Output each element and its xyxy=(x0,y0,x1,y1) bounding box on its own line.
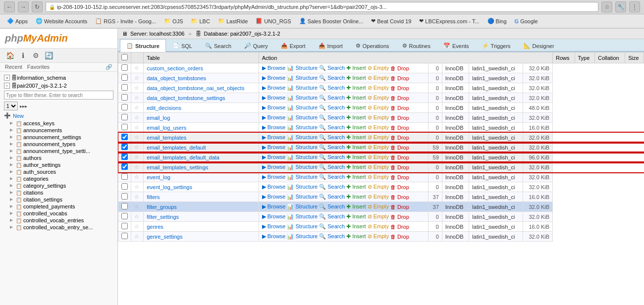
drop-link[interactable]: 🗑 Drop xyxy=(390,214,409,220)
sidebar-item-pair2007[interactable]: − 🗄 pair2007_ojs-3.2.1-2 xyxy=(0,82,117,90)
empty-link[interactable]: ⊘ Empty xyxy=(368,114,389,121)
drop-link[interactable]: 🗑 Drop xyxy=(390,234,409,240)
empty-link[interactable]: ⊘ Empty xyxy=(368,203,389,210)
tab-import[interactable]: 📥 Import xyxy=(312,39,349,52)
empty-link[interactable]: ⊘ Empty xyxy=(368,95,389,101)
table-name-link[interactable]: edit_decisions xyxy=(147,105,181,111)
row-checkbox[interactable] xyxy=(121,183,128,190)
search-link[interactable]: 🔍 Search xyxy=(319,213,345,220)
table-item-citations[interactable]: ▶ 📋 citations xyxy=(0,189,117,196)
address-bar[interactable]: 🔒 ip-208-109-10-152.ip.secureserver.net:… xyxy=(46,2,598,12)
row-checkbox[interactable] xyxy=(121,114,128,120)
search-link[interactable]: 🔍 Search xyxy=(319,233,345,240)
row-checkbox[interactable] xyxy=(121,193,128,200)
table-name-link[interactable]: genres xyxy=(147,224,163,230)
browse-link[interactable]: ▶ Browse xyxy=(262,75,286,81)
empty-link[interactable]: ⊘ Empty xyxy=(368,144,389,151)
drop-link[interactable]: 🗑 Drop xyxy=(390,65,409,71)
bookmark-bing[interactable]: 🔵 Bing xyxy=(484,17,510,25)
expand-icon[interactable]: + xyxy=(4,75,10,81)
tab-query[interactable]: 🔎 Query xyxy=(238,39,274,52)
search-link[interactable]: 🔍 Search xyxy=(319,75,345,81)
tab-sql[interactable]: 📄 SQL xyxy=(166,39,199,52)
structure-link[interactable]: 📊 Structure xyxy=(287,203,318,210)
browse-link[interactable]: ▶ Browse xyxy=(262,213,286,220)
row-checkbox[interactable] xyxy=(121,84,128,91)
row-checkbox[interactable] xyxy=(121,223,128,229)
insert-link[interactable]: ✚ Insert xyxy=(346,203,366,210)
star-icon[interactable]: ☆ xyxy=(134,154,139,160)
star-button[interactable]: ☆ xyxy=(601,1,612,12)
settings-icon-btn[interactable]: ⚙ xyxy=(31,51,41,60)
table-name-link[interactable]: genre_settings xyxy=(147,234,182,240)
search-link[interactable]: 🔍 Search xyxy=(319,85,345,91)
recent-link[interactable]: Recent xyxy=(5,64,22,70)
empty-link[interactable]: ⊘ Empty xyxy=(368,154,389,160)
table-name-link[interactable]: email_templates_default_data xyxy=(147,154,219,160)
bookmark-beat-covid[interactable]: ❤ Beat Covid 19 xyxy=(368,17,414,25)
tab-triggers[interactable]: ⚡ Triggers xyxy=(476,39,517,52)
browse-link[interactable]: ▶ Browse xyxy=(262,223,286,230)
table-item-announcements[interactable]: ▶ 📋 announcements xyxy=(0,127,117,134)
insert-link[interactable]: ✚ Insert xyxy=(346,154,366,160)
tab-structure[interactable]: 📋 Structure xyxy=(120,39,166,52)
row-checkbox[interactable] xyxy=(121,213,128,219)
filter-input[interactable] xyxy=(4,91,113,100)
insert-link[interactable]: ✚ Insert xyxy=(346,124,366,131)
table-name-link[interactable]: email_templates_default xyxy=(147,145,206,151)
search-link[interactable]: 🔍 Search xyxy=(319,114,345,121)
structure-link[interactable]: 📊 Structure xyxy=(287,164,318,170)
empty-link[interactable]: ⊘ Empty xyxy=(368,164,389,170)
drop-link[interactable]: 🗑 Drop xyxy=(390,115,409,121)
bookmark-lbc[interactable]: 📁 LBC xyxy=(188,17,213,25)
table-name-link[interactable]: data_object_tombstone_oai_set_objects xyxy=(147,85,244,91)
empty-link[interactable]: ⊘ Empty xyxy=(368,223,389,230)
table-name-link[interactable]: email_templates xyxy=(147,135,186,141)
tab-events[interactable]: 📅 Events xyxy=(437,39,476,52)
star-icon[interactable]: ☆ xyxy=(134,104,139,110)
table-name-link[interactable]: event_log xyxy=(147,174,170,180)
drop-link[interactable]: 🗑 Drop xyxy=(390,204,409,210)
structure-link[interactable]: 📊 Structure xyxy=(287,134,318,141)
row-checkbox[interactable] xyxy=(121,94,128,101)
table-name-link[interactable]: email_log_users xyxy=(147,125,186,131)
search-link[interactable]: 🔍 Search xyxy=(319,144,345,151)
browse-link[interactable]: ▶ Browse xyxy=(262,65,286,71)
drop-link[interactable]: 🗑 Drop xyxy=(390,135,409,141)
browse-link[interactable]: ▶ Browse xyxy=(262,124,286,131)
structure-link[interactable]: 📊 Structure xyxy=(287,95,318,101)
bookmark-uno-rgs[interactable]: 📕 UNO_RGS xyxy=(253,17,294,25)
bookmark-google[interactable]: G Google xyxy=(512,17,541,25)
home-icon-btn[interactable]: 🏠 xyxy=(5,51,15,60)
star-icon[interactable]: ☆ xyxy=(134,65,139,71)
empty-link[interactable]: ⊘ Empty xyxy=(368,75,389,81)
browse-link[interactable]: ▶ Browse xyxy=(262,194,286,200)
search-link[interactable]: 🔍 Search xyxy=(319,164,345,170)
insert-link[interactable]: ✚ Insert xyxy=(346,164,366,170)
favorites-link[interactable]: Favorites xyxy=(27,64,50,70)
forward-button[interactable]: → xyxy=(18,1,29,12)
star-icon[interactable]: ☆ xyxy=(134,233,139,239)
empty-link[interactable]: ⊘ Empty xyxy=(368,85,389,91)
star-icon[interactable]: ☆ xyxy=(134,194,139,200)
structure-link[interactable]: 📊 Structure xyxy=(287,233,318,240)
tab-designer[interactable]: 📐 Designer xyxy=(517,39,561,52)
insert-link[interactable]: ✚ Insert xyxy=(346,75,366,81)
back-button[interactable]: ← xyxy=(4,1,15,12)
empty-link[interactable]: ⊘ Empty xyxy=(368,174,389,180)
table-item-access-keys[interactable]: ▶ 📋 access_keys xyxy=(0,120,117,127)
drop-link[interactable]: 🗑 Drop xyxy=(390,184,409,190)
insert-link[interactable]: ✚ Insert xyxy=(346,95,366,101)
insert-link[interactable]: ✚ Insert xyxy=(346,184,366,190)
table-item-citation-settings[interactable]: ▶ 📋 citation_settings xyxy=(0,196,117,203)
bookmark-apps[interactable]: 🔷 Apps xyxy=(4,17,31,25)
nav-next[interactable]: ▸▸▸ xyxy=(20,103,27,109)
structure-link[interactable]: 📊 Structure xyxy=(287,174,318,180)
structure-link[interactable]: 📊 Structure xyxy=(287,213,318,220)
star-icon[interactable]: ☆ xyxy=(134,174,139,180)
structure-link[interactable]: 📊 Structure xyxy=(287,65,318,71)
tab-routines[interactable]: ⚙ Routines xyxy=(396,39,437,52)
table-item-controlled-vocabs[interactable]: ▶ 📋 controlled_vocabs xyxy=(0,210,117,217)
search-link[interactable]: 🔍 Search xyxy=(319,124,345,131)
extensions-button[interactable]: 🔧 xyxy=(615,1,626,12)
